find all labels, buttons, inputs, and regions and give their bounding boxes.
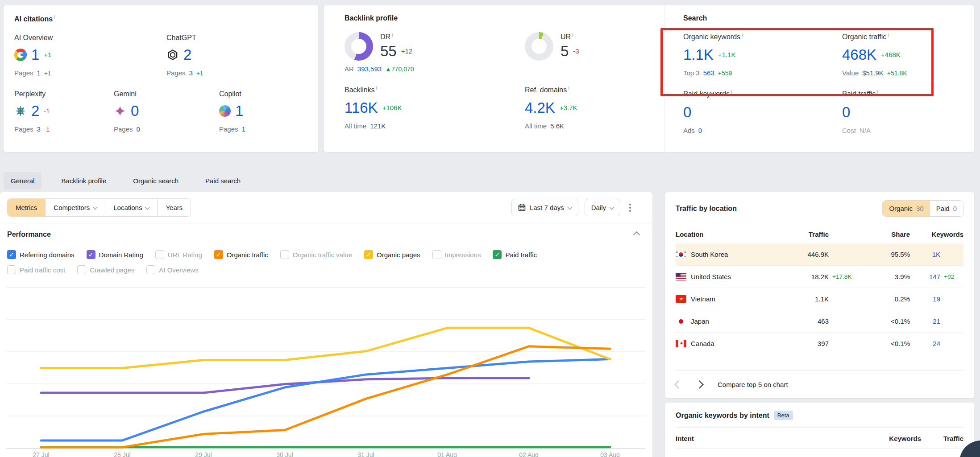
checkbox-row-2: Paid traffic cost Crawled pages AI Overv… <box>7 265 645 274</box>
collapse-chevron-up-icon[interactable] <box>633 231 640 238</box>
backlinks-delta: +106K <box>382 104 402 111</box>
segment-years[interactable]: Years <box>157 199 191 216</box>
japan-flag-icon <box>676 317 686 325</box>
chatgpt-pages: Pages 3 +1 <box>166 69 203 77</box>
checkbox-organic-pages[interactable]: Organic pages <box>364 250 420 259</box>
segment-metrics[interactable]: Metrics <box>8 199 45 216</box>
tab-organic-search[interactable]: Organic search <box>126 172 186 189</box>
organic-paid-toggle: Organic30 Paid0 <box>882 200 963 217</box>
ar-delta: ▲770,070 <box>385 66 414 73</box>
beta-badge: Beta <box>774 411 793 420</box>
checkbox-domain-rating[interactable]: Domain Rating <box>87 250 143 259</box>
performance-line-chart[interactable]: 27 Jul 28 Jul 29 Jul 30 Jul 31 Jul 01 Au… <box>0 276 652 457</box>
google-icon <box>14 49 27 61</box>
canada-flag-icon <box>676 340 686 347</box>
info-icon[interactable] <box>376 85 377 91</box>
chatgpt-label: ChatGPT <box>166 34 203 42</box>
perplexity-icon <box>14 105 27 117</box>
ai-overview-delta: +1 <box>44 51 51 58</box>
checkbox-crawled-pages[interactable]: Crawled pages <box>77 265 134 274</box>
tab-general[interactable]: General <box>4 172 42 189</box>
more-options-kebab-icon[interactable] <box>627 201 634 214</box>
perplexity-value[interactable]: 2 <box>31 103 39 118</box>
gemini-label: Gemini <box>114 90 219 98</box>
ref-domains-delta: +3.7K <box>560 104 577 111</box>
gemini-pages: Pages 0 <box>114 125 219 133</box>
gemini-value[interactable]: 0 <box>131 103 139 118</box>
ref-domains-alltime: All time 5.6K <box>525 122 577 130</box>
segment-locations[interactable]: Locations <box>105 199 157 216</box>
granularity-button[interactable]: Daily <box>585 199 620 216</box>
table-row-japan[interactable]: Japan 463 <0.1% 21 <box>676 310 963 332</box>
copilot-pages: Pages 1 <box>219 125 245 133</box>
dr-donut-chart <box>345 32 373 61</box>
info-icon[interactable] <box>572 32 573 37</box>
date-range-button[interactable]: Last 7 days <box>511 199 578 216</box>
copilot-value[interactable]: 1 <box>235 103 243 118</box>
toggle-organic[interactable]: Organic30 <box>883 201 930 216</box>
compare-top5-link[interactable]: Compare top 5 on chart <box>718 381 788 388</box>
tab-paid-search[interactable]: Paid search <box>198 172 248 189</box>
performance-header: Performance <box>0 223 652 240</box>
dr-block: DR 55 +12 <box>345 32 525 61</box>
metric-checkboxes: Referring domains Domain Rating URL Rati… <box>0 240 652 274</box>
checkbox-row-1: Referring domains Domain Rating URL Rati… <box>7 250 645 259</box>
metrics-segmented-control: Metrics Competitors Locations Years <box>7 198 191 217</box>
chevron-down-icon <box>93 204 98 209</box>
info-icon[interactable] <box>54 14 55 20</box>
backlinks-label: Backlinks <box>345 85 525 94</box>
tab-backlink-profile[interactable]: Backlink profile <box>54 172 113 189</box>
checkbox-impressions[interactable]: Impressions <box>432 250 481 259</box>
toggle-paid[interactable]: Paid0 <box>930 201 963 216</box>
chevron-down-icon <box>145 204 150 209</box>
ar-value[interactable]: 393,593 <box>357 65 382 73</box>
ai-overview-pages: Pages 1 +1 <box>14 69 166 77</box>
perplexity-pages: Pages 3 -1 <box>14 125 114 133</box>
chevron-left-icon[interactable] <box>674 380 682 388</box>
info-icon[interactable] <box>568 85 569 91</box>
ar-row: AR 393,593 ▲770,070 <box>345 65 664 73</box>
annotation-red-box <box>660 28 934 96</box>
traffic-by-location-panel: Traffic by location Organic30 Paid0 Loca… <box>665 192 974 398</box>
checkbox-paid-traffic-cost[interactable]: Paid traffic cost <box>7 265 65 274</box>
ai-overview-value[interactable]: 1 <box>31 47 39 62</box>
perplexity-delta: -1 <box>44 107 50 115</box>
keywords-by-intent-panel: Organic keywords by intent Beta Intent K… <box>665 403 974 457</box>
checkbox-referring-domains[interactable]: Referring domains <box>7 250 75 259</box>
chevron-right-icon[interactable] <box>695 380 703 388</box>
checkbox-organic-traffic[interactable]: Organic traffic <box>214 250 268 259</box>
ai-citations-row-1: AI Overview 1 +1 Pages 1 +1 ChatGPT <box>14 34 307 77</box>
keywords-by-intent-title: Organic keywords by intent <box>676 412 769 420</box>
table-row-south-korea[interactable]: South Korea 446.9K 95.5% 1K <box>676 243 963 265</box>
location-pager: Compare top 5 on chart <box>676 370 963 398</box>
vietnam-flag-icon <box>676 295 686 303</box>
paid-keywords-value[interactable]: 0 <box>683 105 691 119</box>
backlinks-block: Backlinks 116K +106K All time 121K <box>345 85 525 130</box>
backlinks-value[interactable]: 116K <box>345 100 378 115</box>
checkbox-ai-overviews[interactable]: AI Overviews <box>146 265 198 274</box>
backlink-profile-section: Backlink profile DR 55 +12 <box>324 5 664 152</box>
checkbox-organic-traffic-value[interactable]: Organic traffic value <box>280 250 352 259</box>
ai-item-perplexity: Perplexity 2 -1 Pages 3 -1 <box>14 90 114 133</box>
paid-traffic-value[interactable]: 0 <box>842 105 850 119</box>
segment-competitors[interactable]: Competitors <box>45 199 105 216</box>
ref-domains-value[interactable]: 4.2K <box>525 100 555 115</box>
table-row-united-states[interactable]: United States 18.2K +17.8K 3.9% 147 +92 <box>676 265 963 288</box>
traffic-by-location-title: Traffic by location <box>676 205 737 213</box>
table-row-vietnam[interactable]: Vietnam 1.1K 0.2% 19 <box>676 288 963 310</box>
intent-table-header: Intent Keywords Traffic <box>676 428 963 449</box>
copilot-label: Copilot <box>219 90 245 98</box>
checkbox-paid-traffic[interactable]: Paid traffic <box>493 250 537 259</box>
checkbox-url-rating[interactable]: URL Rating <box>155 250 202 259</box>
ai-overview-label: AI Overview <box>14 34 166 42</box>
ai-item-chatgpt: ChatGPT 2 Pages 3 +1 <box>166 34 203 77</box>
ai-citations-card: AI citations AI Overview 1 +1 Pages 1 +1 <box>4 5 318 152</box>
ref-domains-label: Ref. domains <box>525 85 577 94</box>
chevron-down-icon <box>567 204 572 209</box>
chatgpt-value[interactable]: 2 <box>183 47 191 62</box>
ur-delta: -3 <box>573 47 579 55</box>
south-korea-flag-icon <box>676 251 686 258</box>
info-icon[interactable] <box>392 32 393 37</box>
performance-panel: Metrics Competitors Locations Years Last… <box>0 192 652 457</box>
table-row-canada[interactable]: Canada 397 <0.1% 24 <box>676 332 963 354</box>
